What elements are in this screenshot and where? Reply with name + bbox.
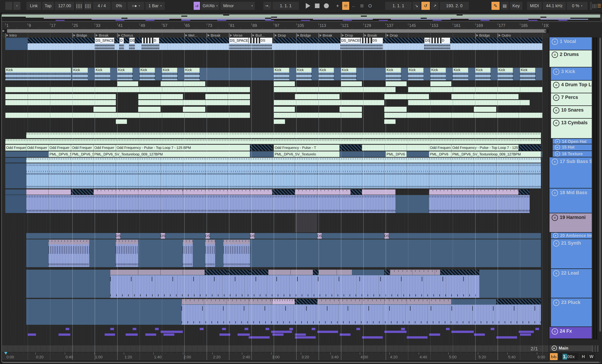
clip-snares-b[interactable] bbox=[274, 113, 362, 118]
clip-hat[interactable]: Odd Frequer bbox=[5, 145, 26, 151]
clip-vocal-header[interactable]: DS_SPACEM_ bbox=[229, 38, 248, 43]
play-icon[interactable]: ▶ bbox=[553, 233, 558, 238]
height-zoom-button[interactable]: H bbox=[580, 353, 587, 360]
clip-kick[interactable]: Kick bbox=[408, 68, 423, 80]
clip-vocal-body[interactable] bbox=[95, 43, 114, 50]
clip-fx-row1[interactable] bbox=[65, 328, 69, 330]
clip-fx-row1[interactable] bbox=[401, 328, 405, 330]
clip-fx-row3[interactable] bbox=[163, 333, 175, 336]
clip-vocal-header[interactable]: DS bbox=[424, 38, 430, 43]
arrangement-view-icon[interactable]: ☰ bbox=[597, 2, 601, 10]
clip-subbass-strip[interactable] bbox=[26, 158, 541, 163]
tempo-field[interactable]: 127.00 bbox=[55, 2, 74, 10]
clip-vocal-header[interactable]: DS_SPACEM_ bbox=[95, 38, 114, 43]
clip-fx-row1[interactable] bbox=[491, 328, 494, 330]
bar-ruler[interactable]: 1917253341495765738189971051131211291371… bbox=[2, 22, 549, 29]
clip-snares-a[interactable] bbox=[183, 107, 205, 112]
clip-vocal-body[interactable] bbox=[340, 43, 383, 50]
clip-lead-header[interactable] bbox=[313, 270, 319, 275]
clip-fx-row1[interactable] bbox=[446, 328, 450, 330]
track-header-7-percs[interactable]: ≡7 Percs bbox=[551, 93, 592, 106]
clip-fx-row1[interactable] bbox=[289, 328, 293, 330]
punch-out-icon[interactable]: ↗ bbox=[431, 2, 439, 10]
cpu-meter[interactable]: 0 %▾ bbox=[567, 2, 588, 10]
clip-cymbals-a[interactable] bbox=[116, 119, 127, 124]
clip-midbass-header[interactable] bbox=[71, 189, 93, 195]
clip-fx-row1[interactable] bbox=[265, 328, 269, 330]
clip-fx-row2[interactable] bbox=[317, 331, 338, 333]
vertical-scrollbar[interactable] bbox=[599, 38, 601, 332]
clip-hat[interactable] bbox=[340, 145, 362, 151]
clip-vocal-body[interactable] bbox=[142, 43, 159, 50]
clip-vocal-header[interactable] bbox=[383, 38, 424, 43]
section-marker[interactable]: Bridge bbox=[72, 33, 87, 38]
clip-midbass-header[interactable] bbox=[351, 189, 362, 195]
clip-lead-header[interactable] bbox=[390, 270, 440, 275]
section-marker[interactable]: Break bbox=[207, 33, 220, 38]
clip-fx-row2[interactable] bbox=[271, 331, 292, 333]
clip-fx-row4[interactable] bbox=[362, 336, 383, 339]
clip-subbass-body[interactable] bbox=[26, 163, 541, 188]
clip-midbass-header[interactable] bbox=[272, 189, 295, 195]
fold-icon[interactable]: ▼ bbox=[552, 39, 558, 45]
clip-hat[interactable]: Odd Frequer bbox=[49, 145, 71, 151]
section-marker[interactable]: Break bbox=[95, 33, 108, 38]
clip-vocal-header[interactable] bbox=[450, 38, 542, 43]
clip-kick[interactable]: Kick bbox=[5, 68, 71, 80]
track-header-10-snares[interactable]: ≡10 Snares bbox=[551, 106, 592, 119]
clip-snares-a[interactable] bbox=[274, 107, 295, 112]
fold-icon[interactable]: ▼ bbox=[553, 240, 559, 246]
play-icon[interactable]: ▶ bbox=[555, 145, 560, 150]
clip-hat[interactable]: Odd Frequency - Pulse - T bbox=[274, 145, 339, 151]
punch-in-icon[interactable]: ↘ bbox=[413, 2, 420, 10]
clip-slices[interactable]: D bbox=[430, 38, 450, 43]
clip-synth[interactable] bbox=[49, 240, 89, 267]
clip-fx-row3[interactable] bbox=[58, 333, 70, 336]
key-map-button[interactable]: Key bbox=[510, 2, 522, 10]
clip-ambience[interactable]: DS bbox=[384, 233, 389, 239]
section-marker[interactable]: Verse bbox=[229, 33, 243, 38]
clip-vocal-header[interactable] bbox=[159, 38, 229, 43]
stop-button[interactable] bbox=[313, 2, 321, 10]
loop-toggle-icon[interactable]: O bbox=[366, 2, 374, 10]
clip-lead-header[interactable] bbox=[138, 270, 161, 275]
section-marker[interactable]: Chorus bbox=[117, 33, 133, 38]
section-marker[interactable]: Break bbox=[319, 33, 332, 38]
track-header-16-texture[interactable]: ▶16 Texture bbox=[553, 151, 592, 157]
group-icon[interactable]: ≡ bbox=[553, 120, 559, 126]
metronome-tick-icon[interactable]: |||| bbox=[84, 2, 92, 10]
midi-map-button[interactable]: MIDI bbox=[527, 2, 542, 10]
clip-lead-header[interactable] bbox=[228, 270, 250, 275]
clip-midbass-header[interactable] bbox=[295, 189, 351, 195]
clip-toploops-a[interactable] bbox=[430, 81, 451, 86]
clip-kick[interactable]: Kick bbox=[162, 68, 177, 80]
follow-icon[interactable]: ➞․ bbox=[263, 2, 271, 10]
fold-icon[interactable]: ▼ bbox=[553, 300, 559, 306]
loop-length-field[interactable]: 193. 2. 0 bbox=[440, 2, 469, 10]
clip-kick[interactable]: Kick bbox=[453, 68, 468, 80]
clip-fx-row3[interactable] bbox=[474, 333, 485, 336]
clip-snares-a[interactable] bbox=[384, 107, 407, 112]
clip-midbass-body[interactable] bbox=[26, 195, 395, 213]
clip-synth[interactable] bbox=[183, 240, 193, 267]
clip-hat[interactable]: Odd Frequency - Pulse - Top Loop 7 - 125… bbox=[116, 145, 250, 151]
clip-cymbals-a[interactable] bbox=[384, 119, 396, 124]
draw-mode-icon[interactable]: ✎ bbox=[492, 2, 500, 10]
clip-kick[interactable]: Kick bbox=[475, 68, 491, 80]
clip-vocal-body[interactable] bbox=[424, 43, 450, 50]
session-record-icon[interactable]: ⊞ bbox=[358, 2, 366, 10]
clip-lead-header[interactable] bbox=[205, 270, 228, 275]
clip-fx-row1[interactable] bbox=[110, 328, 114, 330]
group-icon[interactable]: ≡ bbox=[553, 82, 559, 88]
clip-fx-row2[interactable] bbox=[518, 331, 534, 333]
clip-kick[interactable]: Kick bbox=[520, 68, 535, 80]
fold-icon[interactable]: ▼ bbox=[553, 270, 559, 277]
clip-texture[interactable]: PML_DPV6_S bbox=[71, 151, 93, 157]
clip-fx-row1[interactable] bbox=[245, 328, 248, 330]
clip-lead-header[interactable] bbox=[319, 270, 337, 275]
clip-kick[interactable]: Kick bbox=[184, 68, 200, 80]
track-header-2-drums[interactable]: ≡2 Drums bbox=[549, 50, 592, 67]
section-marker[interactable]: Bridge bbox=[296, 33, 311, 38]
clip-vocal-body[interactable] bbox=[119, 43, 124, 50]
clip-fx-row3[interactable] bbox=[295, 333, 306, 336]
